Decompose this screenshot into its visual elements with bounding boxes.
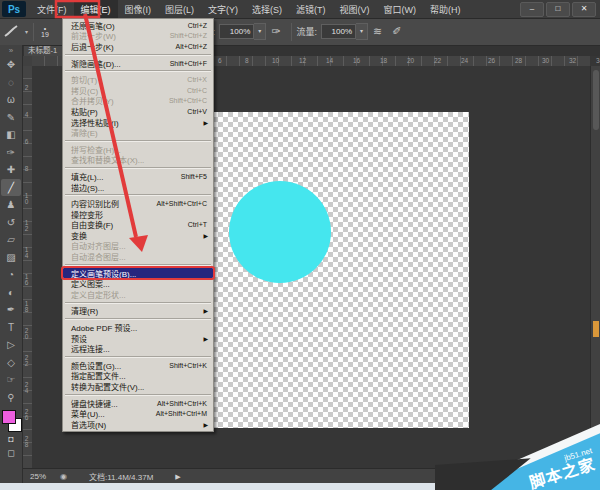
- edit-menu-item[interactable]: 变换▶: [63, 230, 213, 241]
- menubar-item[interactable]: 编辑(E): [74, 0, 118, 18]
- ruler-number: 32: [569, 56, 576, 65]
- quick-selection-tool[interactable]: ✎: [1, 109, 21, 127]
- edit-menu-item[interactable]: 填充(L)...Shift+F5: [63, 171, 213, 182]
- edit-menu-item[interactable]: 菜单(U)...Alt+Shift+Ctrl+M: [63, 408, 213, 419]
- ruler-number: 4: [23, 111, 30, 117]
- brush-preset-picker[interactable]: • 19: [41, 26, 49, 38]
- status-expand-arrow-icon[interactable]: ▶: [175, 473, 180, 481]
- submenu-arrow-icon: ▶: [203, 307, 210, 314]
- dodge-tool[interactable]: ◐: [1, 284, 21, 302]
- path-selection-tool[interactable]: ▷: [1, 336, 21, 354]
- menubar-item[interactable]: 窗口(W): [377, 0, 424, 18]
- brush-pressure-icon[interactable]: ✐: [392, 25, 401, 38]
- edit-menu-item[interactable]: 定义图案...: [63, 278, 213, 289]
- flow-input[interactable]: 100%: [321, 24, 356, 39]
- menu-shortcut: Ctrl+C: [187, 87, 210, 94]
- tool-preset-caret-icon[interactable]: ▾: [25, 28, 28, 35]
- ruler-number: 34: [596, 56, 600, 65]
- edit-menu-item[interactable]: 自由变换(F)Ctrl+T: [63, 220, 213, 231]
- edit-menu-item[interactable]: 后退一步(K)Alt+Ctrl+Z: [63, 41, 213, 52]
- edit-menu-item[interactable]: 首选项(N)▶: [63, 419, 213, 430]
- menu-shortcut: Alt+Shift+Ctrl+K: [157, 400, 210, 407]
- edit-menu-item[interactable]: 转换为配置文件(V)...: [63, 381, 213, 392]
- edit-menu-item[interactable]: 自动对齐图层...: [63, 241, 213, 252]
- healing-brush-tool[interactable]: ✚: [1, 161, 21, 179]
- foreground-color-swatch[interactable]: [2, 410, 16, 424]
- crop-tool[interactable]: ◧: [1, 126, 21, 144]
- menu-shortcut: Alt+Ctrl+Z: [175, 43, 210, 50]
- edit-menu-item[interactable]: 远程连接...: [63, 343, 213, 354]
- edit-menu-item-define-brush-preset[interactable]: 定义画笔预设(B)...: [63, 268, 213, 279]
- ruler-number: 16: [23, 273, 30, 285]
- shape-tool[interactable]: ◇: [1, 354, 21, 372]
- minimize-button[interactable]: –: [520, 2, 544, 17]
- gradient-tool[interactable]: ▨: [1, 249, 21, 267]
- history-brush-tool[interactable]: ↺: [1, 214, 21, 232]
- hand-tool[interactable]: ☞: [1, 371, 21, 389]
- edit-menu-item[interactable]: 描边(S)...: [63, 182, 213, 193]
- flow-dropdown-icon[interactable]: ▾: [356, 23, 368, 40]
- edit-menu-item[interactable]: 操控变形: [63, 209, 213, 220]
- vertical-scrollbar[interactable]: [590, 66, 600, 468]
- eraser-tool[interactable]: ▱: [1, 231, 21, 249]
- edit-menu-item[interactable]: 自动混合图层...: [63, 251, 213, 262]
- ruler-number: 24: [461, 56, 468, 65]
- blur-tool[interactable]: ◔: [1, 266, 21, 284]
- menubar-item[interactable]: 滤镜(T): [289, 0, 333, 18]
- zoom-tool[interactable]: ⚲: [1, 389, 21, 407]
- edit-menu-item[interactable]: 拼写检查(H)...: [63, 144, 213, 155]
- menubar-item[interactable]: 选择(S): [245, 0, 289, 18]
- edit-menu-item[interactable]: 还原画笔(O)Ctrl+Z: [63, 20, 213, 31]
- ruler-number: 2: [23, 84, 30, 90]
- edit-menu-item[interactable]: 指定配置文件...: [63, 371, 213, 382]
- edit-menu-item[interactable]: 预设▶: [63, 333, 213, 344]
- menubar-item[interactable]: 帮助(H): [423, 0, 468, 18]
- close-button[interactable]: ✕: [572, 2, 596, 17]
- menubar-item[interactable]: 文件(F): [30, 0, 74, 18]
- pen-tool[interactable]: ✒: [1, 301, 21, 319]
- screen-mode-button[interactable]: ◻: [7, 446, 14, 460]
- edit-menu-item[interactable]: 颜色设置(G)...Shift+Ctrl+K: [63, 360, 213, 371]
- opacity-dropdown-icon[interactable]: ▾: [254, 23, 266, 40]
- scrollbar-thumb[interactable]: [593, 70, 599, 130]
- edit-menu-item[interactable]: 粘贴(P)Ctrl+V: [63, 106, 213, 117]
- type-tool[interactable]: T: [1, 319, 21, 337]
- edit-menu-item[interactable]: 清除(E): [63, 127, 213, 138]
- opacity-input[interactable]: 100%: [219, 24, 254, 39]
- menu-separator: [65, 194, 211, 196]
- edit-menu-item[interactable]: 渐隐画笔(D)...Shift+Ctrl+F: [63, 58, 213, 69]
- edit-menu-item[interactable]: Adobe PDF 预设...: [63, 322, 213, 333]
- edit-menu-item[interactable]: 拷贝(C)Ctrl+C: [63, 85, 213, 96]
- edit-menu-item[interactable]: 前进一步(W)Shift+Ctrl+Z: [63, 31, 213, 42]
- panel-collapse-icon[interactable]: »: [9, 45, 13, 56]
- move-tool[interactable]: ✥: [1, 56, 21, 74]
- brush-tool[interactable]: ╱: [1, 179, 21, 197]
- eyedropper-tool[interactable]: ✑: [1, 144, 21, 162]
- edit-menu-item[interactable]: 剪切(T)Ctrl+X: [63, 74, 213, 85]
- airbrush-icon[interactable]: ≋: [373, 25, 382, 38]
- quick-mask-button[interactable]: ◘: [8, 432, 13, 446]
- edit-menu-item[interactable]: 查找和替换文本(X)...: [63, 155, 213, 166]
- opacity-pressure-icon[interactable]: ✑: [271, 25, 280, 38]
- menu-shortcut: Shift+Ctrl+K: [169, 362, 210, 369]
- clone-stamp-tool[interactable]: ♟: [1, 196, 21, 214]
- menubar-items: 文件(F)编辑(E)图像(I)图层(L)文字(Y)选择(S)滤镜(T)视图(V)…: [30, 0, 468, 18]
- brush-tool-icon[interactable]: [4, 25, 18, 39]
- lasso-tool[interactable]: ω: [1, 91, 21, 109]
- zoom-level-value[interactable]: 25%: [30, 472, 46, 481]
- window-controls: – □ ✕: [520, 2, 600, 17]
- menubar-item[interactable]: 文字(Y): [201, 0, 245, 18]
- marquee-tool[interactable]: ◌: [1, 74, 21, 92]
- edit-menu-item[interactable]: 键盘快捷键...Alt+Shift+Ctrl+K: [63, 398, 213, 409]
- edit-menu-item[interactable]: 清理(R)▶: [63, 306, 213, 317]
- edit-menu-item[interactable]: 定义自定形状...: [63, 289, 213, 300]
- menubar-item[interactable]: 图层(L): [158, 0, 201, 18]
- edit-menu-item[interactable]: 合并拷贝(Y)Shift+Ctrl+C: [63, 96, 213, 107]
- menu-separator: [65, 318, 211, 320]
- menubar-item[interactable]: 视图(V): [333, 0, 377, 18]
- menubar-item[interactable]: 图像(I): [118, 0, 159, 18]
- edit-menu-item[interactable]: 内容识别比例Alt+Shift+Ctrl+C: [63, 198, 213, 209]
- cyan-circle-shape[interactable]: [229, 181, 331, 283]
- maximize-button[interactable]: □: [546, 2, 570, 17]
- edit-menu-item[interactable]: 选择性粘贴(I)▶: [63, 117, 213, 128]
